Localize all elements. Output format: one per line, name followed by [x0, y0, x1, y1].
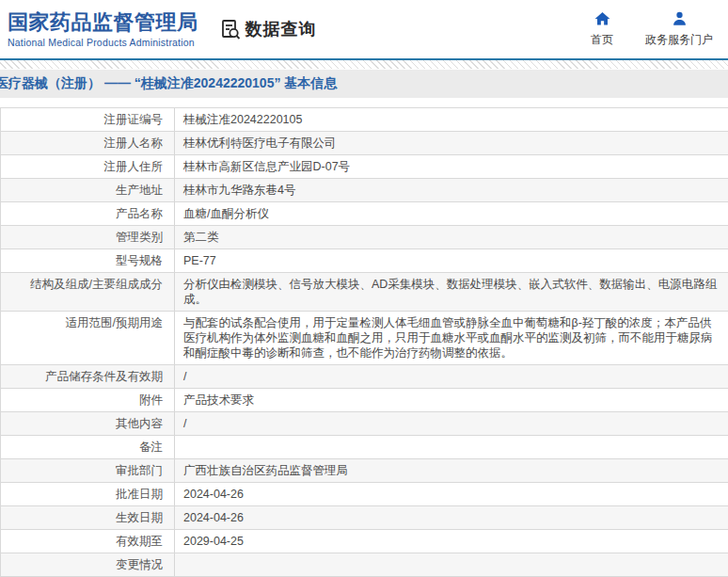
row-value: 广西壮族自治区药品监督管理局	[175, 459, 728, 482]
row-value: /	[175, 365, 728, 388]
table-row: 注册人名称 桂林优利特医疗电子有限公司	[1, 132, 728, 155]
page-title-bar: 医疗器械（注册） —— “桂械注准20242220105” 基本信息	[0, 70, 728, 98]
spacer	[0, 98, 728, 107]
nav-portal[interactable]: 政务服务门户	[645, 10, 713, 48]
table-row: 变更情况	[1, 553, 728, 577]
row-value: /	[175, 412, 728, 435]
table-row: 有效期至 2029-04-25	[1, 530, 728, 553]
header: 国家药品监督管理局 National Medical Products Admi…	[0, 0, 728, 58]
row-label: 审批部门	[1, 459, 175, 482]
table-row: 适用范围/预期用途 与配套的试条配合使用，用于定量检测人体毛细血管或静脉全血中葡…	[1, 312, 728, 365]
table-row: 备注	[1, 436, 728, 459]
table-row: 注册证编号 桂械注准20242220105	[1, 108, 728, 132]
row-label: 生产地址	[1, 179, 175, 201]
table-row: 生效日期 2024-04-26	[1, 506, 728, 530]
info-table: 注册证编号 桂械注准20242220105 注册人名称 桂林优利特医疗电子有限公…	[0, 107, 728, 577]
row-label: 产品储存条件及有效期	[1, 365, 175, 388]
header-nav: 首页 政务服务门户	[591, 10, 717, 48]
table-row: 结构及组成/主要组成成分 分析仪由检测模块、信号放大模块、AD采集模块、数据处理…	[1, 273, 728, 312]
table-row: 产品储存条件及有效期 /	[1, 365, 728, 389]
row-value: 桂林市九华路东巷4号	[175, 179, 728, 201]
row-label: 其他内容	[1, 412, 175, 435]
nav-home[interactable]: 首页	[591, 10, 613, 48]
row-label: 有效期至	[1, 530, 175, 553]
row-label: 型号规格	[1, 249, 175, 272]
data-query-label: 数据查询	[245, 18, 317, 40]
nav-portal-label: 政务服务门户	[645, 32, 713, 48]
row-label: 变更情况	[1, 553, 175, 576]
row-label: 注册人名称	[1, 132, 175, 154]
user-icon	[671, 10, 688, 27]
row-value	[175, 436, 728, 458]
logo-subtitle: National Medical Products Administration	[8, 37, 198, 48]
row-value: 血糖/血酮分析仪	[175, 202, 728, 225]
row-value: 2029-04-25	[175, 530, 728, 553]
table-row: 型号规格 PE-77	[1, 249, 728, 273]
row-label: 注册证编号	[1, 108, 175, 131]
table-row: 附件 产品技术要求	[1, 389, 728, 412]
data-query-nav[interactable]: 数据查询	[219, 18, 317, 40]
page-title: 医疗器械（注册） —— “桂械注准20242220105” 基本信息	[0, 75, 337, 92]
row-label: 备注	[1, 436, 175, 458]
table-row: 管理类别 第二类	[1, 226, 728, 249]
home-icon	[593, 10, 611, 27]
row-value: PE-77	[175, 249, 728, 272]
logo-title: 国家药品监督管理局	[8, 10, 198, 34]
hatch-band	[0, 60, 728, 69]
row-value: 与配套的试条配合使用，用于定量检测人体毛细血管或静脉全血中葡萄糖和β-羟丁酸的浓…	[175, 312, 728, 364]
row-value: 分析仪由检测模块、信号放大模块、AD采集模块、数据处理模块、嵌入式软件、数据输出…	[175, 273, 728, 311]
row-label: 结构及组成/主要组成成分	[1, 273, 175, 311]
row-value	[175, 553, 728, 576]
table-row: 其他内容 /	[1, 412, 728, 436]
table-row: 审批部门 广西壮族自治区药品监督管理局	[1, 459, 728, 483]
table-row: 批准日期 2024-04-26	[1, 483, 728, 506]
row-label: 管理类别	[1, 226, 175, 248]
nmpa-logo[interactable]: 国家药品监督管理局 National Medical Products Admi…	[8, 10, 198, 47]
nav-home-label: 首页	[591, 32, 613, 48]
row-label: 注册人住所	[1, 155, 175, 178]
row-label: 适用范围/预期用途	[1, 312, 175, 364]
row-label: 批准日期	[1, 483, 175, 505]
table-row: 注册人住所 桂林市高新区信息产业园D-07号	[1, 155, 728, 179]
table-row: 产品名称 血糖/血酮分析仪	[1, 202, 728, 226]
row-label: 附件	[1, 389, 175, 411]
table-row: 生产地址 桂林市九华路东巷4号	[1, 179, 728, 202]
row-label: 生效日期	[1, 506, 175, 529]
row-value: 产品技术要求	[175, 389, 728, 411]
document-search-icon	[219, 18, 242, 40]
row-value: 2024-04-26	[175, 483, 728, 505]
row-value: 2024-04-26	[175, 506, 728, 529]
row-label: 产品名称	[1, 202, 175, 225]
row-value: 桂械注准20242220105	[175, 108, 728, 131]
row-value: 第二类	[175, 226, 728, 248]
row-value: 桂林市高新区信息产业园D-07号	[175, 155, 728, 178]
row-value: 桂林优利特医疗电子有限公司	[175, 132, 728, 154]
